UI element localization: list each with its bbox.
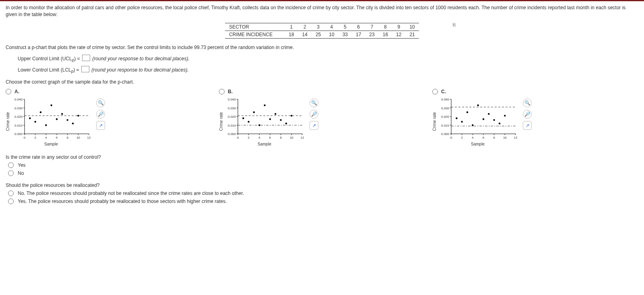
svg-point-29 [40, 111, 41, 113]
open-icon[interactable]: ↗ [523, 121, 532, 130]
svg-text:0.010: 0.010 [14, 124, 23, 127]
svg-text:0.040: 0.040 [228, 98, 236, 101]
svg-text:0.010: 0.010 [228, 124, 236, 127]
svg-text:6: 6 [483, 136, 485, 139]
radio-option-c[interactable] [432, 89, 438, 94]
svg-point-27 [29, 117, 31, 119]
svg-point-104 [461, 121, 462, 123]
svg-point-36 [77, 115, 79, 117]
choose-graph-text: Choose the correct graph of the sample d… [6, 79, 638, 85]
svg-point-103 [456, 117, 457, 119]
svg-point-70 [269, 118, 271, 120]
svg-point-67 [253, 111, 255, 113]
svg-text:0: 0 [24, 136, 26, 139]
svg-text:0: 0 [237, 136, 239, 139]
x-label-a: Sample [44, 142, 58, 146]
svg-point-30 [45, 124, 47, 126]
lcl-input[interactable] [81, 66, 89, 72]
svg-point-105 [466, 111, 468, 113]
svg-point-28 [34, 121, 36, 123]
open-icon[interactable]: ↗ [96, 121, 105, 130]
svg-point-110 [493, 119, 495, 121]
chart-b: 0.0400.0300.0200.0100.000024681012 [224, 97, 305, 141]
svg-text:0.040: 0.040 [441, 98, 450, 101]
chart-a: 0.0400.0300.0200.0100.000024681012 [11, 97, 91, 141]
svg-text:8: 8 [66, 136, 68, 139]
svg-point-111 [499, 123, 500, 124]
svg-text:6: 6 [269, 136, 271, 139]
svg-text:10: 10 [503, 136, 507, 139]
svg-point-109 [488, 113, 489, 115]
construct-instruction: Construct a p-chart that plots the rate … [6, 44, 295, 51]
svg-text:8: 8 [493, 136, 495, 139]
svg-text:0.020: 0.020 [228, 115, 236, 119]
zoom-in-icon[interactable]: 🔍 [310, 98, 318, 107]
svg-text:0.010: 0.010 [441, 124, 450, 127]
svg-point-108 [483, 118, 484, 120]
problem-intro: In order to monitor the allocation of pa… [6, 4, 638, 18]
opt-realloc-no: No. The police resources should probably… [18, 191, 244, 196]
radio-option-b[interactable] [219, 89, 225, 94]
row-label-crime: CRIME INCIDENCE [225, 31, 285, 38]
svg-point-112 [504, 115, 506, 117]
svg-text:0.020: 0.020 [14, 115, 23, 119]
svg-text:4: 4 [45, 136, 47, 139]
opt-realloc-yes: Yes. The police resources should probabl… [18, 199, 227, 204]
radio-yes[interactable] [8, 162, 14, 168]
svg-point-69 [264, 104, 265, 106]
svg-text:10: 10 [290, 136, 293, 139]
svg-text:2: 2 [461, 136, 463, 139]
svg-text:0.000: 0.000 [228, 132, 236, 136]
copy-icon[interactable]: ⎘ [453, 22, 456, 28]
svg-text:0.040: 0.040 [14, 98, 23, 101]
svg-point-65 [242, 117, 244, 119]
q-out-of-control: Is the crime rate in any sector out of c… [6, 154, 638, 160]
radio-option-a[interactable] [6, 89, 11, 94]
svg-point-68 [258, 124, 260, 126]
svg-text:0.030: 0.030 [14, 107, 23, 110]
svg-point-31 [50, 104, 52, 106]
zoom-out-icon[interactable]: 🔎 [310, 110, 318, 119]
sector-table-wrap: ⎘ SECTOR 12 34 56 78 910 CRIME INCIDENCE… [193, 23, 451, 39]
zoom-out-icon[interactable]: 🔎 [523, 110, 532, 119]
y-label-c: Crime rate [432, 112, 437, 131]
zoom-in-icon[interactable]: 🔍 [523, 98, 532, 107]
zoom-out-icon[interactable]: 🔎 [96, 110, 105, 119]
svg-text:4: 4 [258, 136, 260, 139]
x-label-c: Sample [471, 142, 485, 146]
lcl-row: Lower Control Limit (LCLp) = (round your… [18, 66, 638, 74]
svg-text:0.020: 0.020 [441, 115, 450, 119]
opt-yes: Yes [18, 162, 26, 168]
svg-text:0.000: 0.000 [14, 132, 23, 136]
svg-text:0.030: 0.030 [228, 107, 236, 110]
chart-c: 0.0400.0300.0200.0100.000024681012 [438, 97, 518, 141]
row-label-sector: SECTOR [225, 23, 285, 31]
svg-point-73 [285, 123, 287, 124]
svg-text:12: 12 [301, 136, 304, 139]
svg-text:12: 12 [87, 136, 91, 139]
zoom-in-icon[interactable]: 🔍 [96, 98, 105, 107]
ucl-row: Upper Control Limit (UCLp) = (round your… [18, 55, 638, 62]
sector-table: SECTOR 12 34 56 78 910 CRIME INCIDENCE 1… [225, 23, 419, 39]
option-c-label: C. [441, 89, 446, 94]
open-icon[interactable]: ↗ [310, 121, 318, 130]
opt-no: No [18, 170, 24, 176]
svg-point-34 [66, 119, 68, 121]
svg-text:0.000: 0.000 [441, 132, 450, 136]
y-label-b: Crime rate [219, 112, 223, 131]
y-label-a: Crime rate [6, 112, 10, 131]
svg-text:10: 10 [76, 136, 80, 139]
svg-point-33 [61, 113, 63, 115]
radio-realloc-no[interactable] [8, 191, 14, 196]
option-b-label: B. [228, 89, 233, 94]
svg-text:2: 2 [248, 136, 250, 139]
radio-realloc-yes[interactable] [8, 199, 14, 204]
svg-text:0.030: 0.030 [441, 107, 450, 110]
radio-no[interactable] [8, 170, 14, 176]
svg-text:6: 6 [56, 136, 58, 139]
svg-text:8: 8 [280, 136, 282, 139]
svg-point-74 [291, 115, 292, 117]
x-label-b: Sample [258, 142, 271, 146]
ucl-input[interactable] [82, 55, 90, 61]
svg-text:4: 4 [472, 136, 474, 139]
